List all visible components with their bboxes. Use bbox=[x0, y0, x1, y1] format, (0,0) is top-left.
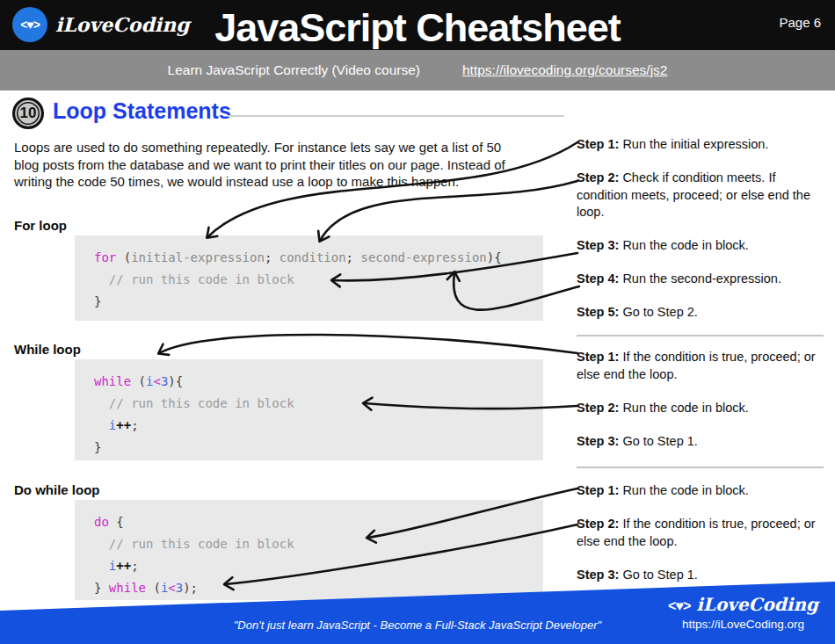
section-number-badge: 10 bbox=[12, 98, 44, 129]
steps-for-loop: Step 1: Run the initial expression.Step … bbox=[577, 136, 825, 337]
step-item: Step 2: If the condition is true, procee… bbox=[577, 516, 825, 550]
step-item: Step 4: Run the second-expression. bbox=[577, 271, 825, 288]
footer-url[interactable]: https://iLoveCoding.org bbox=[662, 617, 824, 632]
steps-while-loop: Step 1: If the condition is true, procee… bbox=[577, 349, 825, 467]
section-title-rule bbox=[227, 115, 564, 117]
loop-label-while: While loop bbox=[14, 342, 81, 357]
page-title: JavaScript Cheatsheet bbox=[0, 5, 835, 50]
step-item: Step 5: Go to Step 2. bbox=[577, 304, 825, 322]
code-block-while: while (i<3){ // run this code in block i… bbox=[75, 359, 543, 460]
steps-divider bbox=[577, 467, 824, 468]
step-item: Step 2: Run the code in block. bbox=[577, 400, 825, 417]
section-title: Loop Statements bbox=[53, 98, 231, 124]
page-number: Page 6 bbox=[779, 15, 821, 30]
step-item: Step 1: If the condition is true, procee… bbox=[577, 349, 825, 383]
footer-logo-glyph: <♥> bbox=[668, 598, 690, 613]
course-link[interactable]: https://ilovecoding.org/courses/js2 bbox=[462, 62, 667, 78]
footer-brand-name: iLoveCoding bbox=[696, 594, 818, 615]
code-block-for: for (initial-expression; condition; seco… bbox=[75, 235, 543, 321]
cheatsheet-page: <♥> iLoveCoding JavaScript Cheatsheet Pa… bbox=[0, 0, 835, 644]
steps-divider bbox=[577, 335, 824, 336]
course-bar: Learn JavaScript Correctly (Video course… bbox=[0, 50, 835, 90]
step-item: Step 2: Check if condition meets. If con… bbox=[577, 170, 825, 221]
step-item: Step 3: Run the code in block. bbox=[577, 237, 825, 255]
step-item: Step 1: Run the initial expression. bbox=[577, 136, 825, 154]
step-item: Step 3: Go to Step 1. bbox=[577, 433, 825, 451]
step-item: Step 1: Run the code in block. bbox=[577, 482, 825, 500]
loop-label-do-while: Do while loop bbox=[14, 482, 100, 497]
app-header: <♥> iLoveCoding JavaScript Cheatsheet Pa… bbox=[0, 0, 835, 50]
footer-logo: <♥> iLoveCoding bbox=[662, 594, 824, 617]
footer-brand: <♥> iLoveCoding https://iLoveCoding.org bbox=[662, 594, 824, 632]
section-intro: Loops are used to do something repeatedl… bbox=[14, 139, 527, 191]
course-subtitle: Learn JavaScript Correctly (Video course… bbox=[168, 62, 420, 78]
loop-label-for: For loop bbox=[14, 218, 67, 233]
